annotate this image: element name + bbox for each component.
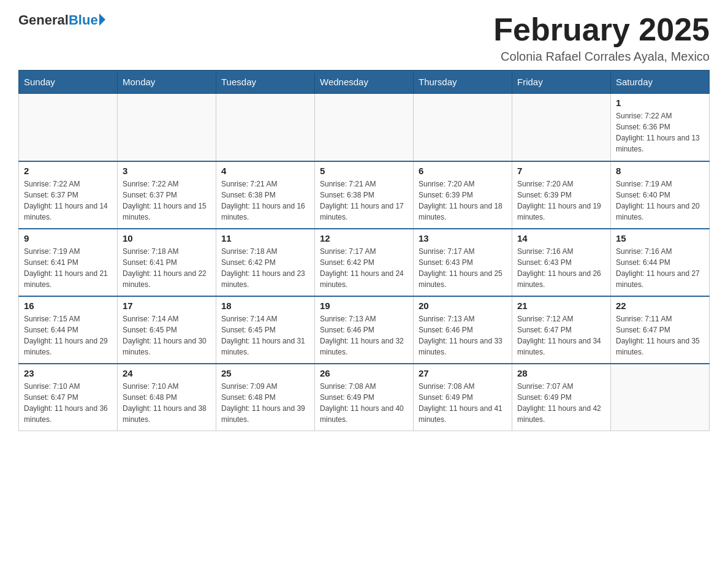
calendar-cell (118, 94, 216, 161)
calendar-cell (512, 94, 611, 161)
day-number: 2 (24, 166, 112, 176)
day-number: 10 (123, 233, 211, 243)
day-info: Sunrise: 7:18 AMSunset: 6:41 PMDaylight:… (123, 246, 211, 290)
day-info: Sunrise: 7:10 AMSunset: 6:48 PMDaylight:… (123, 381, 211, 425)
day-info: Sunrise: 7:18 AMSunset: 6:42 PMDaylight:… (221, 246, 309, 290)
calendar-cell (611, 364, 710, 431)
day-number: 20 (419, 301, 507, 311)
day-number: 22 (616, 301, 704, 311)
day-number: 16 (24, 301, 112, 311)
calendar-cell: 23Sunrise: 7:10 AMSunset: 6:47 PMDayligh… (19, 364, 118, 431)
title-block: February 2025 Colonia Rafael Corrales Ay… (493, 12, 710, 64)
calendar-cell: 12Sunrise: 7:17 AMSunset: 6:42 PMDayligh… (315, 229, 414, 296)
calendar-cell: 18Sunrise: 7:14 AMSunset: 6:45 PMDayligh… (216, 296, 315, 364)
calendar-table: SundayMondayTuesdayWednesdayThursdayFrid… (18, 70, 710, 431)
day-number: 11 (221, 233, 309, 243)
calendar-cell: 17Sunrise: 7:14 AMSunset: 6:45 PMDayligh… (118, 296, 216, 364)
day-info: Sunrise: 7:12 AMSunset: 6:47 PMDaylight:… (517, 313, 605, 358)
day-header-thursday: Thursday (414, 71, 512, 94)
day-info: Sunrise: 7:16 AMSunset: 6:44 PMDaylight:… (616, 246, 704, 290)
calendar-cell (315, 94, 414, 161)
day-number: 21 (517, 301, 605, 311)
day-number: 14 (517, 233, 605, 243)
day-info: Sunrise: 7:20 AMSunset: 6:39 PMDaylight:… (517, 178, 605, 223)
calendar-cell: 26Sunrise: 7:08 AMSunset: 6:49 PMDayligh… (315, 364, 414, 431)
day-info: Sunrise: 7:17 AMSunset: 6:43 PMDaylight:… (419, 246, 507, 290)
day-info: Sunrise: 7:22 AMSunset: 6:37 PMDaylight:… (123, 178, 211, 223)
day-info: Sunrise: 7:17 AMSunset: 6:42 PMDaylight:… (320, 246, 408, 290)
day-info: Sunrise: 7:20 AMSunset: 6:39 PMDaylight:… (419, 178, 507, 223)
calendar-cell: 10Sunrise: 7:18 AMSunset: 6:41 PMDayligh… (118, 229, 216, 296)
calendar-cell: 11Sunrise: 7:18 AMSunset: 6:42 PMDayligh… (216, 229, 315, 296)
day-number: 15 (616, 233, 704, 243)
day-number: 6 (419, 166, 507, 176)
day-header-tuesday: Tuesday (216, 71, 315, 94)
day-info: Sunrise: 7:21 AMSunset: 6:38 PMDaylight:… (320, 178, 408, 223)
calendar-cell: 14Sunrise: 7:16 AMSunset: 6:43 PMDayligh… (512, 229, 611, 296)
day-number: 13 (419, 233, 507, 243)
calendar-week-row: 2Sunrise: 7:22 AMSunset: 6:37 PMDaylight… (19, 161, 710, 229)
day-number: 27 (419, 368, 507, 378)
calendar-week-row: 1Sunrise: 7:22 AMSunset: 6:36 PMDaylight… (19, 94, 710, 161)
calendar-cell: 16Sunrise: 7:15 AMSunset: 6:44 PMDayligh… (19, 296, 118, 364)
day-info: Sunrise: 7:13 AMSunset: 6:46 PMDaylight:… (419, 313, 507, 358)
day-info: Sunrise: 7:14 AMSunset: 6:45 PMDaylight:… (123, 313, 211, 358)
calendar-cell: 13Sunrise: 7:17 AMSunset: 6:43 PMDayligh… (414, 229, 512, 296)
day-number: 24 (123, 368, 211, 378)
day-number: 18 (221, 301, 309, 311)
day-info: Sunrise: 7:22 AMSunset: 6:37 PMDaylight:… (24, 178, 112, 223)
day-number: 26 (320, 368, 408, 378)
days-header-row: SundayMondayTuesdayWednesdayThursdayFrid… (19, 71, 710, 94)
calendar-cell: 2Sunrise: 7:22 AMSunset: 6:37 PMDaylight… (19, 161, 118, 229)
day-info: Sunrise: 7:13 AMSunset: 6:46 PMDaylight:… (320, 313, 408, 358)
calendar-cell (414, 94, 512, 161)
day-header-friday: Friday (512, 71, 611, 94)
day-number: 19 (320, 301, 408, 311)
day-info: Sunrise: 7:11 AMSunset: 6:47 PMDaylight:… (616, 313, 704, 358)
calendar-cell: 25Sunrise: 7:09 AMSunset: 6:48 PMDayligh… (216, 364, 315, 431)
day-info: Sunrise: 7:16 AMSunset: 6:43 PMDaylight:… (517, 246, 605, 290)
calendar-week-row: 9Sunrise: 7:19 AMSunset: 6:41 PMDaylight… (19, 229, 710, 296)
day-number: 8 (616, 166, 704, 176)
day-number: 9 (24, 233, 112, 243)
day-info: Sunrise: 7:08 AMSunset: 6:49 PMDaylight:… (320, 381, 408, 425)
calendar-cell: 28Sunrise: 7:07 AMSunset: 6:49 PMDayligh… (512, 364, 611, 431)
day-info: Sunrise: 7:14 AMSunset: 6:45 PMDaylight:… (221, 313, 309, 358)
calendar-cell: 7Sunrise: 7:20 AMSunset: 6:39 PMDaylight… (512, 161, 611, 229)
day-info: Sunrise: 7:08 AMSunset: 6:49 PMDaylight:… (419, 381, 507, 425)
day-info: Sunrise: 7:09 AMSunset: 6:48 PMDaylight:… (221, 381, 309, 425)
day-info: Sunrise: 7:15 AMSunset: 6:44 PMDaylight:… (24, 313, 112, 358)
calendar-cell: 9Sunrise: 7:19 AMSunset: 6:41 PMDaylight… (19, 229, 118, 296)
day-info: Sunrise: 7:22 AMSunset: 6:36 PMDaylight:… (616, 110, 704, 155)
calendar-cell (216, 94, 315, 161)
day-number: 12 (320, 233, 408, 243)
calendar-cell: 24Sunrise: 7:10 AMSunset: 6:48 PMDayligh… (118, 364, 216, 431)
day-info: Sunrise: 7:10 AMSunset: 6:47 PMDaylight:… (24, 381, 112, 425)
logo: General Blue (18, 12, 105, 28)
day-header-saturday: Saturday (611, 71, 710, 94)
calendar-cell: 19Sunrise: 7:13 AMSunset: 6:46 PMDayligh… (315, 296, 414, 364)
calendar-cell: 4Sunrise: 7:21 AMSunset: 6:38 PMDaylight… (216, 161, 315, 229)
day-number: 5 (320, 166, 408, 176)
calendar-cell: 8Sunrise: 7:19 AMSunset: 6:40 PMDaylight… (611, 161, 710, 229)
calendar-subtitle: Colonia Rafael Corrales Ayala, Mexico (493, 50, 710, 64)
day-number: 17 (123, 301, 211, 311)
logo-blue-part: Blue (69, 12, 105, 28)
calendar-week-row: 23Sunrise: 7:10 AMSunset: 6:47 PMDayligh… (19, 364, 710, 431)
day-number: 3 (123, 166, 211, 176)
calendar-cell (19, 94, 118, 161)
day-header-sunday: Sunday (19, 71, 118, 94)
logo-blue-text: Blue (69, 12, 98, 28)
calendar-cell: 1Sunrise: 7:22 AMSunset: 6:36 PMDaylight… (611, 94, 710, 161)
calendar-cell: 27Sunrise: 7:08 AMSunset: 6:49 PMDayligh… (414, 364, 512, 431)
calendar-cell: 15Sunrise: 7:16 AMSunset: 6:44 PMDayligh… (611, 229, 710, 296)
day-info: Sunrise: 7:07 AMSunset: 6:49 PMDaylight:… (517, 381, 605, 425)
day-header-wednesday: Wednesday (315, 71, 414, 94)
day-number: 4 (221, 166, 309, 176)
day-info: Sunrise: 7:19 AMSunset: 6:41 PMDaylight:… (24, 246, 112, 290)
calendar-cell: 22Sunrise: 7:11 AMSunset: 6:47 PMDayligh… (611, 296, 710, 364)
calendar-week-row: 16Sunrise: 7:15 AMSunset: 6:44 PMDayligh… (19, 296, 710, 364)
page-header: General Blue February 2025 Colonia Rafae… (18, 12, 710, 64)
day-number: 28 (517, 368, 605, 378)
day-number: 7 (517, 166, 605, 176)
